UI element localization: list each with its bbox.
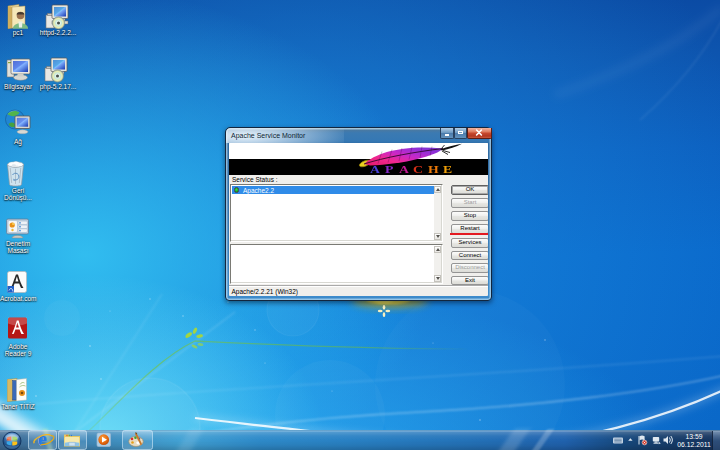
svg-text:e: e xyxy=(39,428,48,450)
svg-text:13:59: 13:59 xyxy=(685,433,702,440)
svg-text:06.12.2011: 06.12.2011 xyxy=(677,441,711,448)
